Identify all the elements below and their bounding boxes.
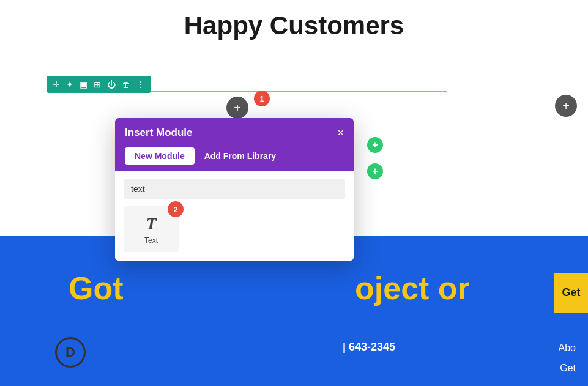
plus-icon-right: + xyxy=(562,99,570,113)
phone-number: | 643-2345 xyxy=(343,341,395,354)
more-icon[interactable]: ⋮ xyxy=(136,80,145,89)
plus-icon-green-1: + xyxy=(372,139,378,150)
banner-text-oject: oject or xyxy=(355,270,470,306)
text-module-label: Text xyxy=(144,236,158,245)
divi-logo: D xyxy=(55,337,86,368)
add-row-button-2[interactable]: + xyxy=(367,163,383,179)
toolbar: ✛ ✦ ▣ ⊞ ⏻ 🗑 ⋮ xyxy=(47,76,151,93)
add-section-button-right[interactable]: + xyxy=(555,95,577,117)
modal-title: Insert Module xyxy=(125,127,193,139)
module-search-input[interactable] xyxy=(124,179,345,199)
power-icon[interactable]: ⏻ xyxy=(107,80,116,89)
move-icon[interactable]: ✛ xyxy=(53,80,60,89)
modal-close-button[interactable]: × xyxy=(337,127,344,138)
insert-module-button[interactable]: + xyxy=(226,97,248,119)
banner-text-got: Got xyxy=(69,270,124,306)
delete-icon[interactable]: 🗑 xyxy=(122,80,130,89)
plus-icon-green-2: + xyxy=(372,166,378,177)
step-badge-1: 1 xyxy=(254,91,270,106)
modal-header: Insert Module × xyxy=(115,118,354,147)
grid-icon[interactable]: ⊞ xyxy=(94,80,101,89)
duplicate-icon[interactable]: ▣ xyxy=(80,80,87,89)
tab-add-from-library[interactable]: Add From Library xyxy=(195,147,286,165)
page-title: Happy Customers xyxy=(0,11,588,40)
add-row-button-1[interactable]: + xyxy=(367,137,383,153)
text-module-icon: T xyxy=(146,214,156,234)
get-button[interactable]: Get xyxy=(554,273,588,313)
insert-module-modal: Insert Module × New Module Add From Libr… xyxy=(115,118,354,261)
module-item-text[interactable]: T Text 2 xyxy=(124,206,179,252)
step-badge-2: 2 xyxy=(168,201,184,217)
about-text: Abo xyxy=(559,343,576,354)
get-bottom-text: Get xyxy=(560,363,576,374)
module-grid: T Text 2 xyxy=(124,206,345,252)
tab-new-module[interactable]: New Module xyxy=(125,147,195,165)
plus-icon: + xyxy=(234,101,241,115)
modal-tabs: New Module Add From Library xyxy=(115,147,354,171)
modal-body: T Text 2 xyxy=(115,171,354,261)
settings-icon[interactable]: ✦ xyxy=(66,80,73,89)
